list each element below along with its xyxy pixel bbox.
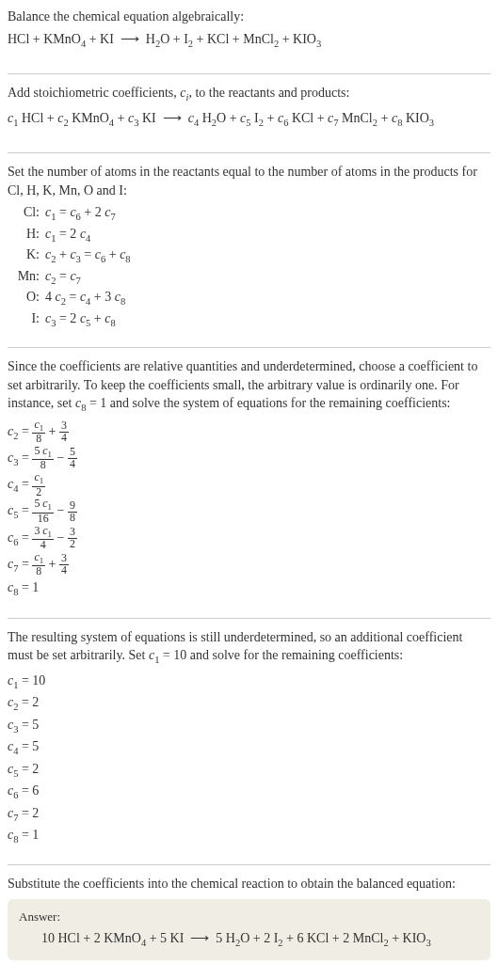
main-equation: HCl + KMnO4 + KI ⟶ H2O + I2 + KCl + MnCl… xyxy=(8,30,490,51)
title-text: Balance the chemical equation algebraica… xyxy=(8,8,490,26)
underdet-text: Since the coefficients are relative quan… xyxy=(8,357,490,416)
frac-coeff-list: c2 = c18 + 34 c3 = 5 c18 − 54 c4 = c12 c… xyxy=(8,419,490,600)
atom-row: H: c1 = 2 c4 xyxy=(15,225,490,245)
section-underdet: Since the coefficients are relative quan… xyxy=(8,357,490,608)
atom-label: Cl: xyxy=(15,203,45,222)
coeff-row: c3 = 5 xyxy=(8,716,490,736)
answer-label: Answer: xyxy=(19,909,479,925)
coeff-row: c8 = 1 xyxy=(8,826,490,846)
atom-label: K: xyxy=(15,245,45,264)
atom-table: Cl: c1 = c6 + 2 c7 H: c1 = 2 c4 K: c2 + … xyxy=(15,203,490,330)
atom-row: I: c3 = 2 c5 + c8 xyxy=(15,309,490,330)
atom-eq: 4 c2 = c4 + 3 c8 xyxy=(45,288,125,308)
section-title: Balance the chemical equation algebraica… xyxy=(8,8,490,64)
substitute-text: Substitute the coefficients into the che… xyxy=(8,875,490,893)
final-coeff-list: c1 = 10 c2 = 2 c3 = 5 c4 = 5 c5 = 2 c6 =… xyxy=(8,672,490,847)
coeff-row: c7 = c18 + 34 xyxy=(8,552,490,577)
atom-eq: c1 = 2 c4 xyxy=(45,225,90,245)
answer-equation: 10 HCl + 2 KMnO4 + 5 KI ⟶ 5 H2O + 2 I2 +… xyxy=(19,929,479,950)
atom-label: I: xyxy=(15,309,45,328)
atom-row: K: c2 + c3 = c6 + c8 xyxy=(15,245,490,266)
divider xyxy=(8,152,490,153)
stoich-equation: c1 HCl + c2 KMnO4 + c3 KI ⟶ c4 H2O + c5 … xyxy=(8,109,490,130)
underdet2-text: The resulting system of equations is sti… xyxy=(8,628,490,668)
atom-intro: Set the number of atoms in the reactants… xyxy=(8,163,490,199)
atom-eq: c2 = c7 xyxy=(45,267,81,288)
atom-label: Mn: xyxy=(15,267,45,286)
atom-label: O: xyxy=(15,288,45,307)
atom-eq: c2 + c3 = c6 + c8 xyxy=(45,245,131,266)
coeff-row: c7 = 2 xyxy=(8,804,490,825)
coeff-row: c4 = c12 xyxy=(8,472,490,498)
atom-label: H: xyxy=(15,225,45,244)
coeff-row: c2 = c18 + 34 xyxy=(8,419,490,445)
section-atoms: Set the number of atoms in the reactants… xyxy=(8,163,490,338)
atom-row: Cl: c1 = c6 + 2 c7 xyxy=(15,203,490,224)
atom-row: O: 4 c2 = c4 + 3 c8 xyxy=(15,288,490,308)
coeff-row: c6 = 3 c14 − 32 xyxy=(8,526,490,551)
section-stoich: Add stoichiometric coefficients, ci, to … xyxy=(8,84,490,143)
coeff-row: c6 = 6 xyxy=(8,782,490,802)
divider xyxy=(8,618,490,619)
coeff-row: c4 = 5 xyxy=(8,737,490,758)
coeff-row: c3 = 5 c18 − 54 xyxy=(8,446,490,471)
section-answer: Substitute the coefficients into the che… xyxy=(8,875,490,967)
coeff-row: c1 = 10 xyxy=(8,672,490,692)
divider xyxy=(8,73,490,74)
atom-eq: c3 = 2 c5 + c8 xyxy=(45,309,116,330)
atom-eq: c1 = c6 + 2 c7 xyxy=(45,203,116,224)
coeff-row: c5 = 5 c116 − 98 xyxy=(8,498,490,524)
stoich-text: Add stoichiometric coefficients, ci, to … xyxy=(8,84,490,104)
section-underdet2: The resulting system of equations is sti… xyxy=(8,628,490,856)
coeff-row: c2 = 2 xyxy=(8,693,490,714)
answer-box: Answer: 10 HCl + 2 KMnO4 + 5 KI ⟶ 5 H2O … xyxy=(8,899,490,960)
divider xyxy=(8,347,490,348)
coeff-row: c5 = 2 xyxy=(8,760,490,781)
coeff-row: c8 = 1 xyxy=(8,578,490,599)
atom-row: Mn: c2 = c7 xyxy=(15,267,490,288)
divider xyxy=(8,864,490,865)
